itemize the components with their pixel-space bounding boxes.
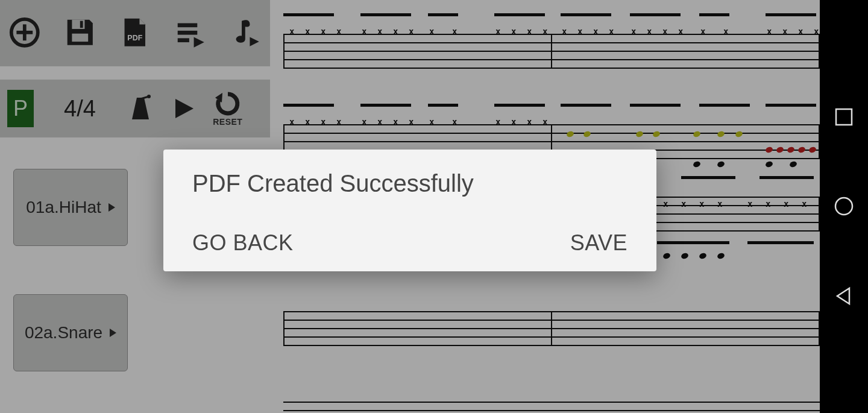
reset-label: RESET — [213, 117, 242, 127]
svg-rect-2 — [16, 31, 33, 34]
toolbar-top: PDF — [0, 0, 270, 66]
list-item-label: 01a.HiHat — [26, 198, 101, 217]
home-icon[interactable] — [834, 196, 854, 216]
mode-badge-label: P — [13, 96, 28, 121]
mode-badge[interactable]: P — [7, 90, 34, 127]
list-item-label: 02a.Snare — [25, 323, 102, 342]
pdf-success-dialog: PDF Created Successfully GO BACK SAVE — [163, 150, 656, 271]
dialog-title: PDF Created Successfully — [192, 170, 627, 197]
new-icon[interactable] — [8, 16, 41, 50]
play-icon[interactable] — [173, 98, 195, 119]
svg-rect-5 — [80, 21, 83, 28]
pattern-list: 01a.HiHat 02a.Snare — [13, 169, 128, 413]
svg-rect-7 — [178, 23, 198, 27]
chevron-right-icon — [110, 329, 116, 337]
playlist-icon[interactable] — [174, 16, 207, 50]
svg-text:PDF: PDF — [128, 34, 143, 42]
controls-bar: P 4/4 RESET — [0, 80, 270, 137]
svg-rect-9 — [178, 38, 189, 42]
back-icon[interactable] — [834, 286, 854, 306]
recent-apps-icon[interactable] — [834, 107, 854, 127]
svg-point-12 — [835, 198, 852, 215]
music-play-icon[interactable] — [229, 16, 262, 50]
chevron-right-icon — [108, 203, 115, 212]
app-screen: PDF P 4/4 RESET 01a.HiHat 02a.Snare — [0, 0, 820, 413]
go-back-button[interactable]: GO BACK — [192, 230, 294, 256]
metronome-icon[interactable] — [126, 94, 155, 123]
list-item[interactable]: 02a.Snare — [13, 294, 128, 371]
pdf-icon[interactable]: PDF — [119, 16, 151, 50]
time-signature[interactable]: 4/4 — [64, 96, 96, 122]
svg-point-10 — [147, 95, 151, 98]
reset-button[interactable]: RESET — [213, 90, 243, 127]
svg-rect-4 — [72, 34, 88, 42]
svg-rect-8 — [178, 31, 198, 35]
save-button[interactable]: SAVE — [570, 230, 627, 256]
save-icon[interactable] — [64, 16, 96, 50]
svg-rect-11 — [836, 109, 852, 125]
list-item[interactable]: 01a.HiHat — [13, 169, 128, 246]
dialog-actions: GO BACK SAVE — [192, 230, 627, 256]
android-nav-bar — [820, 0, 868, 413]
